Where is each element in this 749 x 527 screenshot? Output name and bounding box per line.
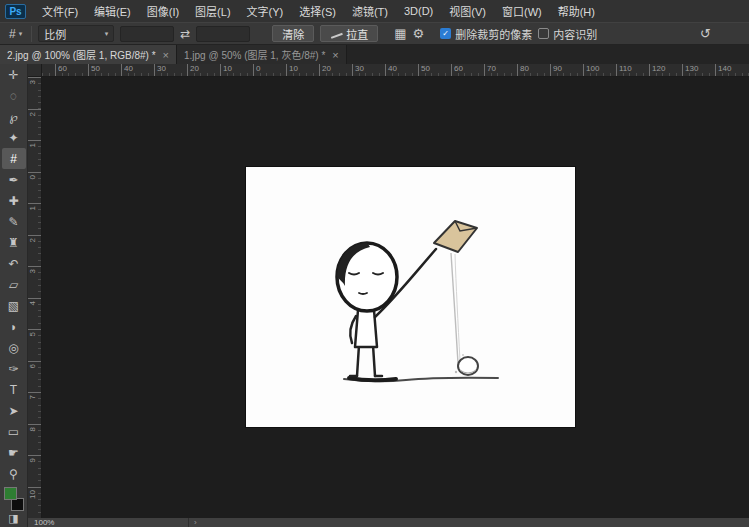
menu-window[interactable]: 窗口(W) [494, 0, 550, 22]
ruler-mark: 10 [286, 64, 319, 76]
menu-layer[interactable]: 图层(L) [187, 0, 238, 22]
quick-selection-tool[interactable]: ✦ [2, 127, 26, 148]
menu-type[interactable]: 文字(Y) [239, 0, 292, 22]
ruler-mark: 20 [319, 64, 352, 76]
tool-sidebar: ✛ ◌ ℘ ✦ # ✒ ✚ ✎ ♜ ↶ ▱ ▧ ◗ ◎ ✑ T [0, 64, 28, 527]
menu-bar: Ps 文件(F)编辑(E)图像(I)图层(L)文字(Y)选择(S)滤镜(T)3D… [0, 0, 749, 22]
move-tool[interactable]: ✛ [2, 64, 26, 85]
clear-button[interactable]: 清除 [272, 25, 314, 42]
tool-icon: ▱ [9, 279, 18, 291]
clone-stamp-tool[interactable]: ♜ [2, 232, 26, 253]
tool-icon: ⚲ [9, 468, 18, 480]
lasso-tool[interactable]: ℘ [2, 106, 26, 127]
ruler-mark: 30 [154, 64, 187, 76]
ruler-mark: 130 [682, 64, 715, 76]
overlay-options-icon[interactable]: ▦ [394, 27, 406, 40]
tool-icon: ♜ [8, 237, 19, 249]
ruler-mark: 8 [28, 424, 41, 456]
menu-image[interactable]: 图像(I) [139, 0, 187, 22]
menu-3d[interactable]: 3D(D) [396, 0, 441, 22]
canvas-area[interactable] [42, 77, 749, 518]
straighten-label: 拉直 [346, 26, 368, 42]
tool-list: ✛ ◌ ℘ ✦ # ✒ ✚ ✎ ♜ ↶ ▱ ▧ ◗ ◎ ✑ T [2, 64, 26, 484]
brush-tool[interactable]: ✎ [2, 211, 26, 232]
ruler-mark: 1 [28, 140, 41, 172]
hand-tool[interactable]: ☛ [2, 442, 26, 463]
history-brush-tool[interactable]: ↶ [2, 253, 26, 274]
content-aware-checkbox[interactable]: 内容识别 [538, 26, 597, 42]
quick-mask-button[interactable]: ◨ [2, 511, 26, 526]
delete-cropped-pixels-checkbox[interactable]: ✓ 删除裁剪的像素 [440, 26, 532, 42]
ruler-mark: 3 [28, 266, 41, 298]
tool-icon: T [10, 384, 17, 396]
menu-view[interactable]: 视图(V) [441, 0, 494, 22]
tool-icon: ✦ [8, 132, 18, 144]
crop-height-input[interactable] [196, 26, 250, 42]
tool-icon: ◎ [8, 342, 18, 354]
menu-filter[interactable]: 滤镜(T) [344, 0, 396, 22]
crop-tool-preset[interactable]: # ▾ [6, 27, 25, 41]
ruler-mark: 50 [88, 64, 121, 76]
ruler-mark: 9 [28, 455, 41, 487]
ratio-select[interactable]: 比例 ▾ [38, 25, 114, 42]
checkbox-unchecked-icon [538, 28, 549, 39]
marquee-tool[interactable]: ◌ [2, 85, 26, 106]
tool-icon: ℘ [9, 111, 17, 123]
eyedropper-tool[interactable]: ✒ [2, 169, 26, 190]
tab-1jpg[interactable]: 1.jpg @ 50% (图层 1, 灰色/8#) * × [177, 45, 347, 64]
chevron-down-icon: ▾ [19, 30, 23, 38]
status-flyout-icon[interactable]: › [194, 518, 197, 527]
crop-width-input[interactable] [120, 26, 174, 42]
dodge-tool[interactable]: ◎ [2, 337, 26, 358]
color-swatches[interactable] [3, 487, 25, 511]
healing-brush-tool[interactable]: ✚ [2, 190, 26, 211]
straighten-button[interactable]: 拉直 [320, 25, 378, 42]
delete-cropped-pixels-label: 删除裁剪的像素 [455, 26, 532, 42]
ruler-mark: 80 [517, 64, 550, 76]
menu-edit[interactable]: 编辑(E) [86, 0, 139, 22]
ruler-mark: 2 [28, 235, 41, 267]
zoom-tool[interactable]: ⚲ [2, 463, 26, 484]
separator [188, 518, 189, 527]
ruler-mark: 10 [28, 487, 41, 519]
zoom-level[interactable]: 100% [34, 518, 54, 527]
ruler-mark: 50 [418, 64, 451, 76]
eraser-tool[interactable]: ▱ [2, 274, 26, 295]
foreground-color-swatch[interactable] [4, 487, 17, 500]
reset-tool-icon[interactable]: ↺ [700, 26, 711, 41]
chevron-down-icon: ▾ [105, 30, 109, 38]
document-image[interactable] [246, 167, 575, 427]
ruler-mark: 120 [649, 64, 682, 76]
ruler-mark: 0 [28, 172, 41, 204]
menu-help[interactable]: 帮助(H) [550, 0, 603, 22]
ruler-mark: 6 [28, 361, 41, 393]
tab-label: 1.jpg @ 50% (图层 1, 灰色/8#) * [184, 47, 325, 62]
ruler-mark: 40 [385, 64, 418, 76]
ruler-mark: 2 [28, 109, 41, 141]
crop-settings-gear-icon[interactable]: ⚙ [413, 27, 425, 40]
gradient-tool[interactable]: ▧ [2, 295, 26, 316]
menu-file[interactable]: 文件(F) [34, 0, 86, 22]
tab-close-icon[interactable]: × [332, 49, 338, 61]
swap-dimensions-icon[interactable]: ⇄ [180, 28, 190, 40]
crop-tool[interactable]: # [2, 148, 26, 169]
shape-tool[interactable]: ▭ [2, 421, 26, 442]
menu-select[interactable]: 选择(S) [291, 0, 344, 22]
ruler-mark: 1 [28, 203, 41, 235]
tab-2jpg[interactable]: 2.jpg @ 100% (图层 1, RGB/8#) * × [0, 45, 177, 64]
menu-items: 文件(F)编辑(E)图像(I)图层(L)文字(Y)选择(S)滤镜(T)3D(D)… [34, 0, 603, 22]
ruler-mark: 90 [550, 64, 583, 76]
pen-tool[interactable]: ✑ [2, 358, 26, 379]
type-tool[interactable]: T [2, 379, 26, 400]
blur-tool[interactable]: ◗ [2, 316, 26, 337]
ruler-mark: 30 [352, 64, 385, 76]
tab-close-icon[interactable]: × [163, 49, 169, 61]
tool-icon: ✑ [8, 363, 18, 375]
tool-icon: ➤ [8, 405, 18, 417]
document-tab-bar: 2.jpg @ 100% (图层 1, RGB/8#) * × 1.jpg @ … [0, 45, 749, 64]
straighten-icon [329, 28, 343, 39]
ruler-mark: 140 [715, 64, 748, 76]
content-aware-label: 内容识别 [553, 26, 597, 42]
tool-icon: ▧ [8, 300, 19, 312]
path-selection-tool[interactable]: ➤ [2, 400, 26, 421]
